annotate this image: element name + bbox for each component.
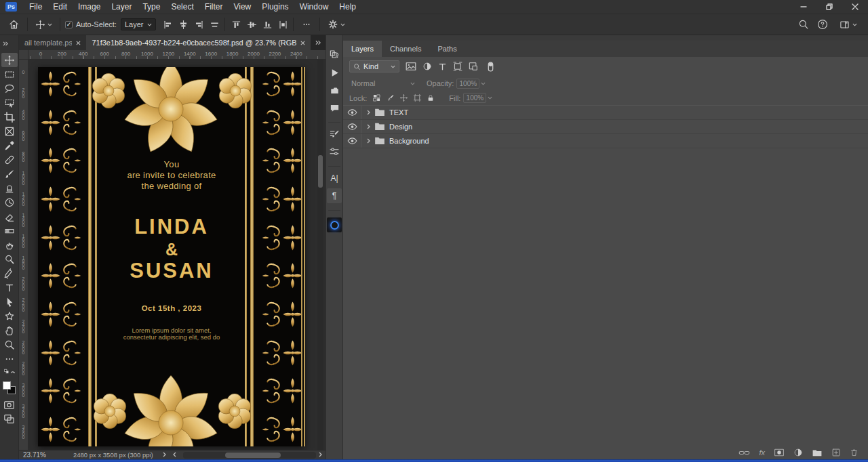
menu-window[interactable]: Window bbox=[294, 0, 334, 14]
opacity-input[interactable]: 100% bbox=[456, 79, 486, 89]
filter-type-layers-icon[interactable] bbox=[438, 62, 447, 71]
help-icon[interactable] bbox=[817, 19, 828, 30]
filter-smart-objects-icon[interactable] bbox=[469, 62, 478, 71]
lock-transparency-icon[interactable] bbox=[372, 93, 381, 102]
add-layer-mask-icon[interactable] bbox=[774, 448, 785, 457]
vertical-scrollbar[interactable] bbox=[317, 60, 323, 450]
shape-tool[interactable] bbox=[1, 309, 18, 323]
menu-type[interactable]: Type bbox=[137, 0, 165, 14]
minimize-button[interactable] bbox=[791, 0, 816, 14]
group-expand-chevron-icon[interactable] bbox=[367, 137, 370, 145]
tab-paths[interactable]: Paths bbox=[430, 41, 465, 57]
layer-row-design[interactable]: Design bbox=[343, 120, 868, 134]
libraries-panel-icon[interactable] bbox=[327, 83, 342, 98]
filter-toggle-switch[interactable] bbox=[487, 61, 494, 72]
menu-select[interactable]: Select bbox=[165, 0, 199, 14]
screen-mode-icon[interactable] bbox=[1, 412, 18, 426]
move-tool[interactable] bbox=[1, 53, 18, 67]
lock-artboard-icon[interactable] bbox=[413, 93, 422, 102]
link-layers-icon[interactable] bbox=[738, 449, 750, 457]
healing-brush-tool[interactable] bbox=[1, 152, 18, 167]
scroll-left-arrow-icon[interactable] bbox=[173, 451, 176, 459]
horizontal-scrollbar[interactable] bbox=[183, 452, 316, 459]
menu-file[interactable]: File bbox=[24, 0, 47, 14]
clone-stamp-tool[interactable] bbox=[1, 181, 18, 195]
history-panel-icon[interactable] bbox=[327, 47, 342, 62]
dodge-tool[interactable] bbox=[1, 252, 18, 266]
move-tool-preset[interactable] bbox=[33, 20, 55, 30]
tab-layers[interactable]: Layers bbox=[343, 41, 382, 57]
hand-tool[interactable] bbox=[1, 323, 18, 337]
new-group-icon[interactable] bbox=[812, 448, 823, 457]
comments-panel-icon[interactable] bbox=[327, 100, 342, 115]
frame-tool[interactable] bbox=[1, 124, 18, 138]
tab-overflow-icon[interactable] bbox=[311, 35, 326, 50]
layer-visibility-eye-icon[interactable] bbox=[343, 120, 361, 133]
swap-colors-icon[interactable] bbox=[4, 369, 15, 375]
lock-position-icon[interactable] bbox=[399, 93, 408, 102]
menu-help[interactable]: Help bbox=[334, 0, 361, 14]
filter-pixel-layers-icon[interactable] bbox=[406, 62, 416, 71]
smudge-tool[interactable] bbox=[1, 238, 18, 252]
align-right-icon[interactable] bbox=[194, 20, 204, 30]
group-expand-chevron-icon[interactable] bbox=[367, 108, 370, 117]
eraser-tool[interactable] bbox=[1, 209, 18, 224]
scroll-right-arrow-icon[interactable] bbox=[319, 451, 322, 459]
restore-button[interactable] bbox=[816, 0, 842, 14]
brush-settings-panel-icon[interactable] bbox=[327, 127, 342, 142]
pen-tool[interactable] bbox=[1, 266, 18, 280]
group-expand-chevron-icon[interactable] bbox=[367, 123, 370, 131]
distribute-horizontal-icon[interactable] bbox=[210, 20, 220, 30]
search-icon[interactable] bbox=[798, 19, 809, 30]
type-tool[interactable] bbox=[1, 280, 18, 295]
tab-channels[interactable]: Channels bbox=[382, 41, 429, 57]
foreground-color-swatch[interactable] bbox=[3, 381, 11, 390]
history-brush-tool[interactable] bbox=[1, 195, 18, 209]
blend-mode-dropdown[interactable]: Normal bbox=[349, 78, 417, 89]
align-top-icon[interactable] bbox=[231, 20, 241, 30]
cloud-sync-spinner-icon[interactable] bbox=[327, 217, 342, 232]
menu-edit[interactable]: Edit bbox=[47, 0, 73, 14]
more-options-icon[interactable] bbox=[298, 20, 315, 29]
auto-select-target-dropdown[interactable]: Layer bbox=[121, 18, 156, 30]
document-tab-0[interactable]: ail template.psd bbox=[19, 35, 86, 50]
zoom-level-field[interactable]: 23.71% bbox=[19, 451, 54, 459]
align-left-icon[interactable] bbox=[163, 20, 173, 30]
paragraph-panel-icon[interactable]: ¶ bbox=[327, 188, 342, 203]
crop-tool[interactable] bbox=[1, 110, 18, 124]
marquee-tool[interactable] bbox=[1, 67, 18, 81]
filter-shape-layers-icon[interactable] bbox=[453, 62, 462, 71]
quick-mask-icon[interactable] bbox=[1, 398, 18, 412]
new-adjustment-layer-icon[interactable] bbox=[793, 448, 803, 457]
layer-effects-icon[interactable]: fx bbox=[759, 448, 765, 457]
object-selection-tool[interactable] bbox=[1, 96, 18, 110]
menu-plugins[interactable]: Plugins bbox=[256, 0, 294, 14]
layer-visibility-eye-icon[interactable] bbox=[343, 106, 361, 119]
document-tab-1[interactable]: 71f3e1b8-9aeb-4937-b224-e0cbacec598f.psd… bbox=[86, 35, 311, 50]
new-layer-icon[interactable] bbox=[831, 448, 841, 457]
tool-settings-gear-icon[interactable] bbox=[325, 19, 348, 30]
actions-panel-icon[interactable] bbox=[327, 65, 342, 80]
horizontal-scrollbar-thumb[interactable] bbox=[225, 453, 281, 458]
workspace-switcher-icon[interactable] bbox=[836, 20, 860, 30]
ruler-origin-corner[interactable] bbox=[19, 50, 28, 60]
align-bottom-icon[interactable] bbox=[262, 20, 273, 30]
lasso-tool[interactable] bbox=[1, 81, 18, 96]
fill-input[interactable]: 100% bbox=[463, 93, 492, 103]
layer-visibility-eye-icon[interactable] bbox=[343, 134, 361, 148]
artboard-canvas[interactable]: Youare invite to celebratethe wedding of… bbox=[38, 67, 305, 446]
layer-row-background[interactable]: Background bbox=[343, 134, 868, 148]
auto-select-checkbox[interactable]: ✓ bbox=[65, 21, 73, 28]
lock-pixels-icon[interactable] bbox=[386, 93, 395, 102]
edit-toolbar-icon[interactable] bbox=[1, 352, 18, 366]
layer-row-text[interactable]: TEXT bbox=[343, 106, 868, 120]
vertical-scrollbar-thumb[interactable] bbox=[318, 155, 323, 188]
brush-tool[interactable] bbox=[1, 167, 18, 181]
tab-close-icon[interactable] bbox=[300, 39, 305, 47]
menu-layer[interactable]: Layer bbox=[106, 0, 137, 14]
status-options-arrow-icon[interactable] bbox=[163, 451, 166, 459]
path-selection-tool[interactable] bbox=[1, 295, 18, 309]
menu-view[interactable]: View bbox=[228, 0, 256, 14]
home-button[interactable] bbox=[5, 19, 22, 30]
menu-image[interactable]: Image bbox=[73, 0, 106, 14]
